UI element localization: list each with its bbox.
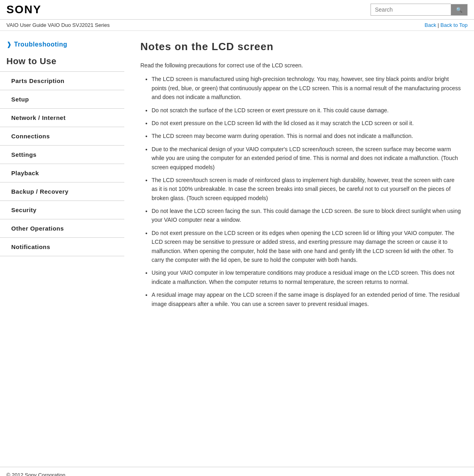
back-to-top-link[interactable]: Back to Top <box>440 22 468 28</box>
copyright: © 2012 Sony Corporation <box>6 472 65 476</box>
search-button[interactable]: 🔍 <box>451 4 468 16</box>
bullet-item: The LCD screen may become warm during op… <box>152 132 461 140</box>
sidebar-item[interactable]: Notifications <box>0 237 124 256</box>
sony-logo: SONY <box>6 3 41 16</box>
how-to-use-heading: How to Use <box>0 53 124 71</box>
troubleshooting-label[interactable]: Troubleshooting <box>14 41 67 48</box>
sidebar: ❱ Troubleshooting How to Use Parts Descr… <box>0 31 124 467</box>
footer: © 2012 Sony Corporation <box>0 467 474 476</box>
bullet-item: The LCD screen is manufactured using hig… <box>152 75 461 101</box>
bullet-item: Do not exert pressure on the LCD screen … <box>152 229 461 265</box>
bullet-item: Do not leave the LCD screen facing the s… <box>152 207 461 225</box>
nav-links: Back | Back to Top <box>425 22 468 28</box>
sidebar-item[interactable]: Settings <box>0 145 124 164</box>
sidebar-item[interactable]: Backup / Recovery <box>0 182 124 201</box>
breadcrumb-bar: VAIO User Guide VAIO Duo SVJ2021 Series … <box>0 20 474 31</box>
header: SONY 🔍 <box>0 0 474 20</box>
page-title: Notes on the LCD screen <box>140 41 461 53</box>
search-input[interactable] <box>371 4 451 16</box>
chevron-right-icon: ❱ <box>6 41 12 48</box>
sidebar-item[interactable]: Network / Internet <box>0 108 124 127</box>
content-area: Notes on the LCD screen Read the followi… <box>124 31 474 467</box>
bullet-list: The LCD screen is manufactured using hig… <box>140 75 461 308</box>
sidebar-item[interactable]: Other Operations <box>0 219 124 237</box>
main-layout: ❱ Troubleshooting How to Use Parts Descr… <box>0 31 474 467</box>
troubleshooting-section: ❱ Troubleshooting <box>0 37 124 53</box>
sidebar-items: Parts DescriptionSetupNetwork / Internet… <box>0 71 124 256</box>
bullet-item: Do not exert pressure on the LCD screen … <box>152 119 461 128</box>
back-link[interactable]: Back <box>425 22 436 28</box>
search-area: 🔍 <box>371 4 468 16</box>
sidebar-item[interactable]: Playback <box>0 164 124 182</box>
bullet-item: A residual image may appear on the LCD s… <box>152 290 461 308</box>
guide-label: VAIO User Guide VAIO Duo SVJ2021 Series <box>6 22 109 28</box>
search-icon: 🔍 <box>456 7 462 13</box>
intro-text: Read the following precautions for corre… <box>140 61 461 70</box>
bullet-item: The LCD screen/touch screen is made of r… <box>152 176 461 203</box>
sidebar-item[interactable]: Parts Description <box>0 71 124 90</box>
sidebar-item[interactable]: Connections <box>0 127 124 145</box>
sidebar-item[interactable]: Setup <box>0 90 124 108</box>
bullet-item: Due to the mechanical design of your VAI… <box>152 145 461 172</box>
sidebar-item[interactable]: Security <box>0 201 124 219</box>
bullet-item: Do not scratch the surface of the LCD sc… <box>152 106 461 115</box>
bullet-item: Using your VAIO computer in low temperat… <box>152 268 461 286</box>
